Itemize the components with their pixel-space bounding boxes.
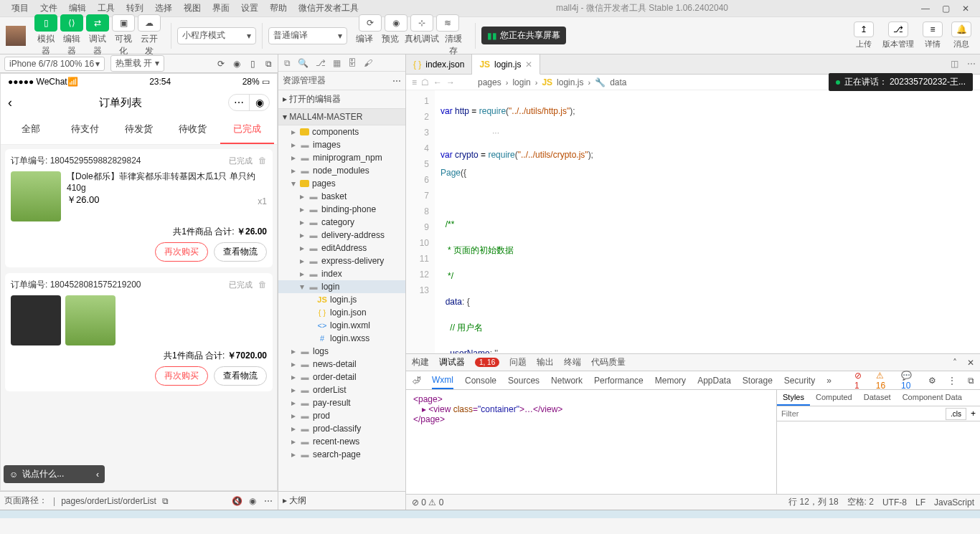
diag-count[interactable]: ⊘ 0 ⚠ 0 — [412, 497, 443, 507]
record-icon[interactable]: ◉ — [232, 59, 242, 69]
tab-all[interactable]: 全部 — [4, 115, 57, 144]
menu-edit[interactable]: 编辑 — [63, 2, 92, 14]
outline-section[interactable]: ▸ 大纲 — [278, 491, 405, 510]
tree-item-news-detail[interactable]: ▸▬news-detail — [278, 358, 405, 371]
popout-icon[interactable]: ⧉ — [263, 59, 273, 69]
tab-debugger[interactable]: 调试器 — [439, 356, 465, 368]
tree-item-pages[interactable]: ▾pages — [278, 177, 405, 190]
tab-pending-pay[interactable]: 待支付 — [57, 115, 111, 144]
kebab-icon[interactable]: ⋮ — [948, 376, 956, 386]
files-icon[interactable]: ⧉ — [284, 58, 291, 68]
code-editor[interactable]: 12345678910111213 var http = require("..… — [406, 90, 980, 353]
more-tabs-icon[interactable]: » — [826, 376, 831, 386]
tab-sources[interactable]: Sources — [508, 373, 540, 388]
tree-item-login.js[interactable]: JSlogin.js — [278, 293, 405, 306]
menu-tools[interactable]: 工具 — [92, 2, 121, 14]
tab-output[interactable]: 输出 — [537, 356, 554, 368]
tab-compdata[interactable]: Component Data — [897, 390, 968, 406]
menu-goto[interactable]: 转到 — [121, 2, 149, 14]
maximize-icon[interactable]: ▢ — [940, 4, 951, 14]
indent[interactable]: 空格: 2 — [847, 496, 874, 508]
audio-icon[interactable]: 🔇 — [232, 496, 242, 506]
live-speaking-badge[interactable]: 正在讲话： 202335720232-王... — [829, 73, 973, 91]
tree-item-binding-phone[interactable]: ▸▬binding-phone — [278, 203, 405, 216]
crumb-pages[interactable]: pages — [478, 77, 501, 87]
tree-item-login.wxml[interactable]: <>login.wxml — [278, 319, 405, 332]
device-icon[interactable]: ▯ — [248, 59, 258, 69]
version-button[interactable]: ⎇ — [888, 22, 908, 37]
list-icon[interactable]: ≡ — [412, 77, 417, 87]
tab-storage[interactable]: Storage — [743, 373, 773, 388]
inspect-icon[interactable]: ⮰ — [412, 376, 420, 386]
tree-item-basket[interactable]: ▸▬basket — [278, 190, 405, 203]
tree-item-login[interactable]: ▾▬login — [278, 280, 405, 293]
tab-dataset[interactable]: Dataset — [858, 390, 897, 406]
tab-styles[interactable]: Styles — [777, 390, 810, 406]
tree-item-search-page[interactable]: ▸▬search-page — [278, 448, 405, 461]
eye-icon[interactable]: ◉ — [248, 496, 258, 506]
tree-item-images[interactable]: ▸▬images — [278, 138, 405, 151]
tab-performance[interactable]: Performance — [594, 373, 644, 388]
add-style-icon[interactable]: + — [966, 409, 980, 419]
tree-item-node_modules[interactable]: ▸▬node_modules — [278, 164, 405, 177]
crumb-file[interactable]: login.js — [557, 77, 583, 87]
avatar[interactable] — [6, 26, 26, 46]
copy-icon[interactable]: ⧉ — [162, 496, 169, 506]
tree-item-pay-result[interactable]: ▸▬pay-result — [278, 396, 405, 409]
clear-cache-button[interactable]: ≋ — [436, 14, 459, 32]
tree-item-category[interactable]: ▸▬category — [278, 216, 405, 229]
compile-select[interactable]: 普通编译▾ — [268, 27, 347, 44]
wxml-tree[interactable]: <page> ▸ <view class="container">…</view… — [406, 390, 776, 494]
close-panel-icon[interactable]: ✕ — [967, 358, 974, 368]
tree-item-prod-classify[interactable]: ▸▬prod-classify — [278, 422, 405, 435]
menu-view[interactable]: 视图 — [178, 2, 207, 14]
visualize-button[interactable]: ▣ — [112, 14, 135, 32]
tab-security[interactable]: Security — [784, 373, 815, 388]
tree-item-login.wxss[interactable]: #login.wxss — [278, 332, 405, 345]
brush-icon[interactable]: 🖌 — [364, 58, 372, 68]
preview-button[interactable]: ◉ — [385, 14, 407, 32]
product-image[interactable] — [65, 295, 116, 345]
db-icon[interactable]: 🗄 — [348, 58, 357, 68]
extensions-icon[interactable]: ▦ — [333, 58, 341, 68]
menu-project[interactable]: 项目 — [6, 2, 34, 14]
taskbar[interactable] — [0, 510, 980, 518]
tab-pending-recv[interactable]: 待收货 — [166, 115, 220, 144]
tree-item-delivery-address[interactable]: ▸▬delivery-address — [278, 229, 405, 242]
device-select[interactable]: iPhone 6/7/8 100% 16 ▾ — [4, 57, 105, 71]
crumb-data[interactable]: data — [610, 77, 626, 87]
rebuy-button[interactable]: 再次购买 — [155, 366, 208, 386]
tree-item-index[interactable]: ▸▬index — [278, 267, 405, 280]
tab-wxml[interactable]: Wxml — [432, 372, 453, 389]
capsule-close-icon[interactable]: ◉ — [249, 95, 269, 110]
tab-done[interactable]: 已完成 — [220, 115, 274, 144]
filter-input[interactable] — [777, 406, 946, 421]
tree-item-logs[interactable]: ▸▬logs — [278, 345, 405, 358]
language[interactable]: JavaScript — [934, 497, 974, 507]
tree-item-editAddress[interactable]: ▸▬editAddress — [278, 242, 405, 254]
speak-bar[interactable]: ☺ 说点什么... ‹ — [4, 465, 105, 483]
editor-button[interactable]: ⟨⟩ — [60, 14, 83, 32]
code-text[interactable]: var http = require("../../utils/http.js"… — [435, 90, 980, 353]
tab-computed[interactable]: Computed — [810, 390, 858, 406]
tree-item-order-detail[interactable]: ▸▬order-detail — [278, 371, 405, 383]
tab-problems[interactable]: 问题 — [509, 356, 527, 368]
tree-item-miniprogram_npm[interactable]: ▸▬miniprogram_npm — [278, 151, 405, 164]
cloud-button[interactable]: ☁ — [138, 14, 161, 32]
debugger-button[interactable]: ⇄ — [86, 14, 109, 32]
gear-icon[interactable]: ⚙ — [928, 376, 936, 386]
refresh-icon[interactable]: ⟳ — [216, 59, 226, 69]
delete-icon[interactable]: 🗑 — [258, 156, 267, 166]
tab-index-json[interactable]: { }index.json — [406, 54, 472, 74]
error-count[interactable]: ⊘ 1 — [854, 371, 864, 391]
back-nav-icon[interactable]: ← — [433, 77, 442, 87]
popout-icon[interactable]: ⧉ — [968, 376, 974, 386]
tab-login-js[interactable]: JSlogin.js✕ — [472, 54, 540, 75]
search-icon[interactable]: 🔍 — [298, 58, 308, 68]
collapse-icon[interactable]: ‹ — [96, 469, 99, 480]
open-editors-section[interactable]: ▸ 打开的编辑器 — [278, 90, 405, 109]
encoding[interactable]: UTF-8 — [882, 497, 907, 507]
tab-appdata[interactable]: AppData — [697, 373, 731, 388]
menu-help[interactable]: 帮助 — [264, 2, 293, 14]
menu-settings[interactable]: 设置 — [235, 2, 264, 14]
